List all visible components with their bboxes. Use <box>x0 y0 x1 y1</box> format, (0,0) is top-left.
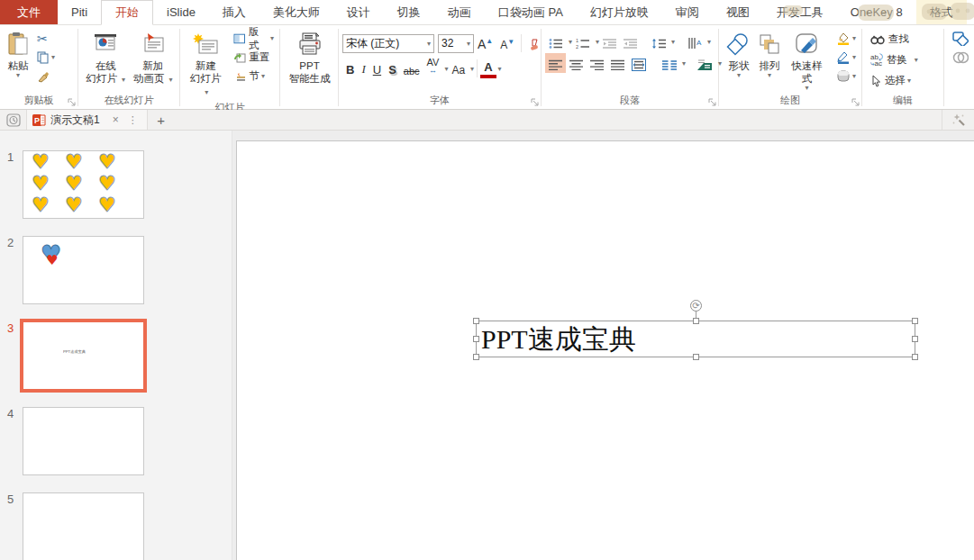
tab-OneKey 8[interactable]: OneKey 8 <box>837 0 916 24</box>
strikethrough-button[interactable]: abc <box>400 59 423 78</box>
heart-shape: ♥ <box>32 195 50 215</box>
quick-styles-button[interactable]: 快速样式 ▾ <box>784 29 830 94</box>
layout-button[interactable]: 版式▾ <box>231 29 277 48</box>
format-painter-button[interactable] <box>34 67 58 86</box>
intersect-shapes-button[interactable] <box>950 48 971 67</box>
increase-indent-button[interactable] <box>620 32 641 51</box>
align-center-button[interactable] <box>566 53 587 73</box>
resize-handle-e[interactable] <box>912 336 918 342</box>
editing-canvas: PPT速成宝典 ⟳ <box>232 131 974 560</box>
tab-幻灯片放映[interactable]: 幻灯片放映 <box>577 0 662 24</box>
text-shadow-button[interactable]: S <box>385 59 400 78</box>
tab-审阅[interactable]: 审阅 <box>662 0 713 24</box>
new-slide-button[interactable]: 新建幻灯片 ▾ <box>184 29 227 101</box>
close-tab-icon[interactable]: × <box>107 113 124 126</box>
dialog-launcher-icon[interactable] <box>708 98 716 106</box>
group-ppt-ai: PPT智能生成 <box>280 26 338 109</box>
slide-number: 3 <box>7 321 14 335</box>
slide-thumbnail-2[interactable]: ♥♥ <box>23 236 144 304</box>
tab-iSlide[interactable]: iSlide <box>153 0 209 24</box>
shrink-font-button[interactable]: A▼ <box>496 33 518 53</box>
new-slide-label: 新建幻灯片 ▾ <box>187 59 224 99</box>
justify-button[interactable] <box>607 53 628 73</box>
selected-textbox[interactable]: PPT速成宝典 ⟳ <box>476 321 915 357</box>
ribbon: 粘贴 ▾ ✂ ▾ 剪贴板 <box>0 25 974 110</box>
bold-button[interactable]: B <box>342 59 358 78</box>
magic-wand-button[interactable] <box>942 110 974 130</box>
current-slide[interactable]: PPT速成宝典 ⟳ <box>236 140 974 560</box>
tab-开始[interactable]: 开始 <box>101 0 153 25</box>
dialog-launcher-icon[interactable] <box>531 98 539 106</box>
tab-file[interactable]: 文件 <box>0 0 58 24</box>
group-label-edit: 编辑 <box>893 95 913 105</box>
resize-handle-n[interactable] <box>693 318 699 324</box>
italic-button[interactable]: I <box>358 59 369 78</box>
resize-handle-sw[interactable] <box>473 354 479 360</box>
history-button[interactable] <box>0 110 27 130</box>
shape-outline-button[interactable]: ▾ <box>833 48 859 67</box>
select-button[interactable]: 选择 ▾ <box>868 70 921 91</box>
slide-thumbnail-1[interactable]: ♥♥♥♥♥♥♥♥♥ <box>23 150 144 219</box>
section-button[interactable]: 节▾ <box>231 67 277 86</box>
ppt-ai-generate-button[interactable]: PPT智能生成 <box>287 29 333 86</box>
tab-Piti[interactable]: Piti <box>58 0 101 24</box>
resize-handle-w[interactable] <box>473 336 479 342</box>
tab-切换[interactable]: 切换 <box>384 0 434 24</box>
tab-动画[interactable]: 动画 <box>434 0 485 24</box>
paste-button[interactable]: 粘贴 ▾ <box>4 29 32 81</box>
merge-shapes-button[interactable] <box>950 29 971 48</box>
align-right-button[interactable] <box>587 53 607 73</box>
tab-口袋动画 PA[interactable]: 口袋动画 PA <box>485 0 577 24</box>
tab-视图[interactable]: 视图 <box>713 0 763 24</box>
shape-effects-button[interactable]: ▾ <box>833 67 859 86</box>
tab-开发工具[interactable]: 开发工具 <box>763 0 837 24</box>
change-case-button[interactable]: Aa <box>448 59 469 78</box>
heart-shape: ♥ <box>32 174 50 194</box>
new-tab-button[interactable]: + <box>148 110 175 130</box>
textbox-text[interactable]: PPT速成宝典 <box>477 321 915 357</box>
reset-button[interactable]: 重置 <box>231 48 277 67</box>
convert-smartart-button[interactable] <box>693 53 716 73</box>
copy-button[interactable]: ▾ <box>34 48 58 67</box>
numbering-button[interactable]: 12 <box>572 32 594 51</box>
dialog-launcher-icon[interactable] <box>68 98 76 106</box>
grow-font-button[interactable]: A▲ <box>474 33 496 53</box>
tab-格式[interactable]: 格式 <box>916 0 967 24</box>
shape-fill-button[interactable]: ▾ <box>833 29 859 48</box>
distribute-button[interactable] <box>628 53 650 73</box>
quick-styles-icon <box>793 31 820 58</box>
new-animation-page-button[interactable]: 新加动画页 ▾ <box>131 29 176 88</box>
slide-thumbnail-3[interactable]: PPT速成宝典 <box>23 321 144 390</box>
group-edit: 查找 ab⤸ ⤷ac 替换 ▾ 选择 ▾ <box>862 26 943 109</box>
tab-美化大师[interactable]: 美化大师 <box>259 0 333 24</box>
character-spacing-button[interactable]: AV↔ <box>423 59 443 78</box>
decrease-indent-button[interactable] <box>599 32 620 51</box>
tab-menu-icon[interactable]: ⋮ <box>124 114 141 126</box>
tab-设计[interactable]: 设计 <box>333 0 384 24</box>
slide-thumbnail-4[interactable] <box>23 407 144 475</box>
dialog-launcher-icon[interactable] <box>851 98 860 106</box>
font-color-button[interactable]: A <box>480 59 496 78</box>
resize-handle-se[interactable] <box>912 354 918 360</box>
bullets-button[interactable] <box>545 32 567 51</box>
shapes-button[interactable]: 形状 ▾ <box>723 29 755 81</box>
resize-handle-s[interactable] <box>693 354 699 360</box>
line-spacing-button[interactable] <box>648 32 669 51</box>
replace-button[interactable]: ab⤸ ⤷ac 替换 ▾ <box>868 50 921 70</box>
find-button[interactable]: 查找 <box>868 29 921 50</box>
text-direction-button[interactable]: A <box>684 32 705 51</box>
font-name-combobox[interactable]: 宋体 (正文) ▾ <box>342 34 434 53</box>
resize-handle-nw[interactable] <box>473 318 479 324</box>
slide-thumbnail-5[interactable] <box>23 492 144 560</box>
font-size-combobox[interactable]: 32 ▾ <box>438 34 474 53</box>
underline-button[interactable]: U <box>369 59 385 78</box>
tab-插入[interactable]: 插入 <box>209 0 259 24</box>
columns-button[interactable] <box>659 53 680 73</box>
resize-handle-ne[interactable] <box>912 318 918 324</box>
arrange-button[interactable]: 排列 ▾ <box>755 29 784 81</box>
cut-button[interactable]: ✂ <box>34 29 58 48</box>
align-left-button[interactable] <box>545 53 566 73</box>
rotate-handle[interactable]: ⟳ <box>690 300 702 312</box>
document-tab[interactable]: P 演示文稿1 × ⋮ <box>27 110 148 130</box>
online-slides-button[interactable]: 在线幻灯片 ▾ <box>83 29 128 88</box>
